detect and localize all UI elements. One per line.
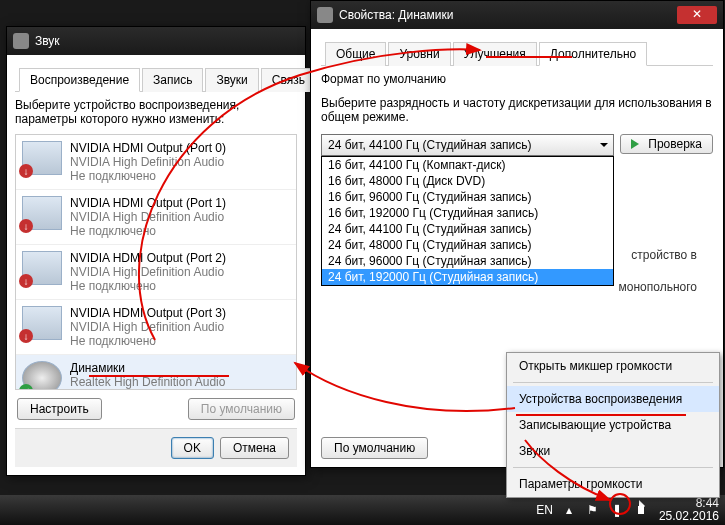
default-format-label: Формат по умолчанию [321,72,713,86]
volume-context-menu: Открыть микшер громкости Устройства восп… [506,352,720,498]
monitor-icon: ↓ [22,306,62,340]
device-status: Не подключено [70,169,226,183]
tab-comm[interactable]: Связь [261,68,316,92]
sound-titlebar[interactable]: Звук [7,27,305,55]
disconnected-icon: ↓ [19,329,33,343]
device-driver: NVIDIA High Definition Audio [70,265,226,279]
format-option[interactable]: 16 бит, 192000 Гц (Студийная запись) [322,205,613,221]
test-button[interactable]: Проверка [620,134,713,154]
taskbar: EN ▴ ⚑ ❚ 8:44 25.02.2016 [0,495,725,525]
tray-chevron-icon[interactable]: ▴ [561,502,577,518]
play-icon [631,139,644,149]
device-name: NVIDIA HDMI Output (Port 2) [70,251,226,265]
menu-playback-devices[interactable]: Устройства воспроизведения [507,386,719,412]
close-button[interactable]: ✕ [677,6,717,24]
device-status: Не подключено [70,224,226,238]
sound-title: Звук [35,34,299,48]
menu-separator [513,467,713,468]
taskbar-clock[interactable]: 8:44 25.02.2016 [659,497,719,523]
format-option[interactable]: 24 бит, 96000 Гц (Студийная запись) [322,253,613,269]
format-hint: Выберите разрядность и частоту дискретиз… [321,96,713,124]
menu-open-mixer[interactable]: Открыть микшер громкости [507,353,719,379]
speaker-icon [317,7,333,23]
format-option[interactable]: 24 бит, 44100 Гц (Студийная запись) [322,221,613,237]
menu-separator [513,382,713,383]
monitor-icon: ↓ [22,196,62,230]
format-selected: 24 бит, 44100 Гц (Студийная запись) [328,138,532,152]
format-option[interactable]: 16 бит, 96000 Гц (Студийная запись) [322,189,613,205]
disconnected-icon: ↓ [19,274,33,288]
format-option[interactable]: 24 бит, 48000 Гц (Студийная запись) [322,237,613,253]
tab-enhance[interactable]: Улучшения [453,42,537,66]
tab-general[interactable]: Общие [325,42,386,66]
device-item[interactable]: ↓ NVIDIA HDMI Output (Port 3) NVIDIA Hig… [16,300,296,355]
system-tray: EN ▴ ⚑ ❚ [536,502,649,518]
format-dropdown: 16 бит, 44100 Гц (Компакт-диск) 16 бит, … [321,156,614,286]
playback-prompt: Выберите устройство воспроизведения, пар… [15,98,297,126]
monitor-icon: ↓ [22,251,62,285]
sound-tabs: Воспроизведение Запись Звуки Связь [15,63,297,92]
format-option[interactable]: 16 бит, 48000 Гц (Диск DVD) [322,173,613,189]
sound-window: Звук Воспроизведение Запись Звуки Связь … [6,26,306,476]
device-name: NVIDIA HDMI Output (Port 3) [70,306,226,320]
flag-icon[interactable]: ⚑ [585,502,601,518]
menu-sounds[interactable]: Звуки [507,438,719,464]
device-item[interactable]: ↓ NVIDIA HDMI Output (Port 2) NVIDIA Hig… [16,245,296,300]
props-titlebar[interactable]: Свойства: Динамики ✕ [311,1,723,29]
monitor-icon: ↓ [22,141,62,175]
test-label: Проверка [648,137,702,151]
disconnected-icon: ↓ [19,164,33,178]
set-default-button[interactable]: По умолчанию [188,398,295,420]
restore-defaults-button[interactable]: По умолчанию [321,437,428,459]
clock-date: 25.02.2016 [659,510,719,523]
tab-playback[interactable]: Воспроизведение [19,68,140,92]
device-name: NVIDIA HDMI Output (Port 1) [70,196,226,210]
props-title: Свойства: Динамики [339,8,677,22]
volume-icon[interactable] [633,502,649,518]
menu-recording-devices[interactable]: Записывающие устройства [507,412,719,438]
tab-sounds[interactable]: Звуки [205,68,258,92]
disconnected-icon: ↓ [19,219,33,233]
device-name: Динамики [70,361,225,375]
props-tabs: Общие Уровни Улучшения Дополнительно [321,37,713,66]
device-driver: NVIDIA High Definition Audio [70,155,226,169]
device-item-speakers[interactable]: ✓ Динамики Realtek High Definition Audio… [16,355,296,390]
menu-volume-options[interactable]: Параметры громкости [507,471,719,497]
device-driver: NVIDIA High Definition Audio [70,210,226,224]
tab-record[interactable]: Запись [142,68,203,92]
ok-button[interactable]: OK [171,437,214,459]
configure-button[interactable]: Настроить [17,398,102,420]
format-combobox[interactable]: 24 бит, 44100 Гц (Студийная запись) [321,134,614,156]
device-item[interactable]: ↓ NVIDIA HDMI Output (Port 1) NVIDIA Hig… [16,190,296,245]
device-driver: Realtek High Definition Audio [70,375,225,389]
tab-levels[interactable]: Уровни [388,42,450,66]
format-option-highlighted[interactable]: 24 бит, 192000 Гц (Студийная запись) [322,269,613,285]
speaker-icon: ✓ [22,361,62,390]
device-name: NVIDIA HDMI Output (Port 0) [70,141,226,155]
network-icon[interactable]: ❚ [609,502,625,518]
device-driver: NVIDIA High Definition Audio [70,320,226,334]
format-option[interactable]: 16 бит, 44100 Гц (Компакт-диск) [322,157,613,173]
speaker-icon [13,33,29,49]
device-item[interactable]: ↓ NVIDIA HDMI Output (Port 0) NVIDIA Hig… [16,135,296,190]
language-indicator[interactable]: EN [536,503,553,517]
tab-advanced[interactable]: Дополнительно [539,42,647,66]
cancel-button[interactable]: Отмена [220,437,289,459]
device-status: Не подключено [70,279,226,293]
device-list: ↓ NVIDIA HDMI Output (Port 0) NVIDIA Hig… [15,134,297,390]
device-status: Не подключено [70,334,226,348]
